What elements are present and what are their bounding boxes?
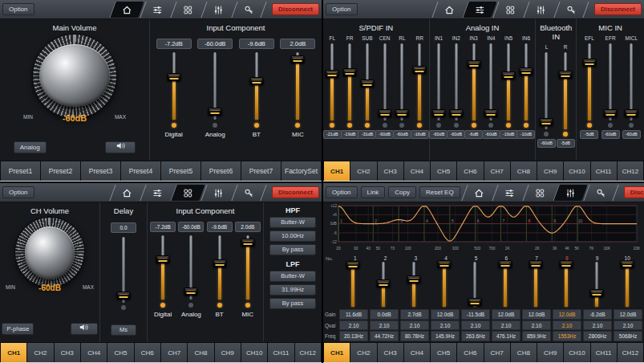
slider-handle[interactable] <box>209 108 222 116</box>
eq-band-slider-10[interactable] <box>621 262 634 307</box>
tab-mixer[interactable] <box>140 185 174 201</box>
channel-tab-ch3[interactable]: CH3 <box>378 161 403 181</box>
eq-qval-value[interactable]: 2.10 <box>614 320 642 331</box>
slider-handle[interactable] <box>326 70 339 78</box>
disconnect-button[interactable]: Disconnect <box>594 3 642 15</box>
gain-slider-mic[interactable] <box>291 52 304 120</box>
slider-handle[interactable] <box>625 109 638 117</box>
slider-handle[interactable] <box>184 288 198 296</box>
eq-gain-value[interactable]: 2.7dB <box>400 309 429 320</box>
gain-slider-analog[interactable] <box>184 235 197 300</box>
channel-tab-ch12[interactable]: CH12 <box>295 343 321 362</box>
tab-key[interactable] <box>231 185 266 201</box>
p-phase-button[interactable]: P-phase <box>2 323 34 335</box>
eq-qval-value[interactable]: 2.10 <box>370 320 399 331</box>
slider-handle[interactable] <box>502 71 516 80</box>
disconnect-button[interactable]: Disconnect <box>272 3 319 15</box>
slider-handle[interactable] <box>499 260 512 268</box>
hpf-type-button[interactable]: Butter-W <box>269 217 316 228</box>
slider-handle[interactable] <box>213 259 226 267</box>
eq-gain-value[interactable]: -6.2dB <box>583 309 612 320</box>
level-slider-rl[interactable] <box>395 43 408 120</box>
channel-tab-ch9[interactable]: CH9 <box>215 343 241 362</box>
level-slider-fl[interactable] <box>326 43 338 120</box>
eq-freq-value[interactable]: 5068Hz <box>614 331 642 341</box>
channel-tab-ch1[interactable]: CH1 <box>324 161 350 181</box>
eq-gain-value[interactable]: 12.0dB <box>492 309 520 320</box>
level-slider-r[interactable] <box>559 52 572 129</box>
slider-handle[interactable] <box>590 289 604 297</box>
slider-handle[interactable] <box>431 109 445 117</box>
eq-gain-value[interactable]: 12.0dB <box>614 309 642 320</box>
eq-gain-value[interactable]: 12.0dB <box>431 309 460 320</box>
slider-handle[interactable] <box>560 260 573 268</box>
tab-home[interactable] <box>109 2 144 18</box>
eq-band-slider-6[interactable] <box>499 262 512 307</box>
channel-tab-ch6[interactable]: CH6 <box>457 343 483 362</box>
source-analog-button[interactable]: Analog <box>14 141 47 153</box>
eq-freq-value[interactable]: 1553Hz <box>553 331 581 341</box>
channel-tab-ch7[interactable]: CH7 <box>161 343 187 362</box>
tab-faders[interactable] <box>200 2 235 18</box>
preset-tab-preset7[interactable]: Preset7 <box>241 161 281 181</box>
channel-tab-ch11[interactable]: CH11 <box>591 161 617 181</box>
gain-slider-digital[interactable] <box>156 235 169 300</box>
slider-handle[interactable] <box>346 261 360 269</box>
channel-tab-ch7[interactable]: CH7 <box>484 161 510 181</box>
eq-qval-value[interactable]: 2.10 <box>553 320 581 331</box>
tab-key[interactable] <box>583 185 618 201</box>
slider-handle[interactable] <box>413 66 427 74</box>
eq-gain-value[interactable]: 0.0dB <box>370 309 399 320</box>
tab-faders[interactable] <box>200 185 235 201</box>
channel-tab-ch5[interactable]: CH5 <box>431 343 456 362</box>
eq-gain-value[interactable]: 12.0dB <box>522 309 551 320</box>
tab-mixer[interactable] <box>462 2 496 18</box>
eq-qval-value[interactable]: 2.10 <box>522 320 551 331</box>
disconnect-button[interactable]: Disconnect <box>624 186 644 198</box>
channel-tab-ch9[interactable]: CH9 <box>537 343 563 362</box>
level-slider-efr[interactable] <box>604 43 617 120</box>
slider-handle[interactable] <box>449 109 463 117</box>
slider-handle[interactable] <box>395 109 409 117</box>
option-button[interactable]: Option <box>2 3 34 15</box>
hpf-freq-button[interactable]: 10.00Hz <box>269 230 316 242</box>
tab-grid[interactable] <box>492 2 527 18</box>
preset-tab-preset2[interactable]: Preset2 <box>41 161 80 181</box>
eq-freq-value[interactable]: 20.13Hz <box>339 331 368 341</box>
channel-tab-ch11[interactable]: CH11 <box>268 343 294 362</box>
slider-handle[interactable] <box>291 55 305 63</box>
slider-handle[interactable] <box>360 80 374 88</box>
preset-tab-preset5[interactable]: Preset5 <box>161 161 200 181</box>
eq-qval-value[interactable]: 2.10 <box>583 320 612 331</box>
slider-handle[interactable] <box>167 73 180 81</box>
slider-handle[interactable] <box>241 239 254 247</box>
eq-band-slider-5[interactable] <box>468 262 481 307</box>
level-slider-in5[interactable] <box>502 43 515 120</box>
eq-qval-value[interactable]: 2.10 <box>431 320 460 331</box>
eq-gain-value[interactable]: 12.0dB <box>553 309 581 320</box>
channel-tab-ch10[interactable]: CH10 <box>564 161 589 181</box>
eq-freq-value[interactable]: 44.72Hz <box>370 331 399 341</box>
channel-tab-ch9[interactable]: CH9 <box>537 161 563 181</box>
channel-tab-ch2[interactable]: CH2 <box>350 343 376 362</box>
channel-tab-ch10[interactable]: CH10 <box>241 343 267 362</box>
channel-tab-ch11[interactable]: CH11 <box>591 343 617 362</box>
copy-button[interactable]: Copy <box>388 186 416 198</box>
mute-button[interactable] <box>71 323 98 335</box>
eq-qval-value[interactable]: 2.10 <box>339 320 368 331</box>
slider-handle[interactable] <box>529 260 543 268</box>
gain-slider-bt[interactable] <box>213 235 226 300</box>
eq-qval-value[interactable]: 2.10 <box>400 320 429 331</box>
tab-home[interactable] <box>461 185 496 201</box>
eq-freq-value[interactable]: 2806Hz <box>583 331 612 341</box>
tab-grid[interactable] <box>170 2 205 18</box>
slider-handle[interactable] <box>582 59 596 67</box>
level-slider-in3[interactable] <box>468 43 480 120</box>
slider-handle[interactable] <box>249 77 263 85</box>
eq-band-slider-9[interactable] <box>590 262 603 307</box>
option-button[interactable]: Option <box>326 3 358 15</box>
slider-handle[interactable] <box>117 292 131 300</box>
tab-key[interactable] <box>231 2 266 18</box>
channel-tab-ch2[interactable]: CH2 <box>350 161 376 181</box>
preset-tab-preset3[interactable]: Preset3 <box>81 161 120 181</box>
